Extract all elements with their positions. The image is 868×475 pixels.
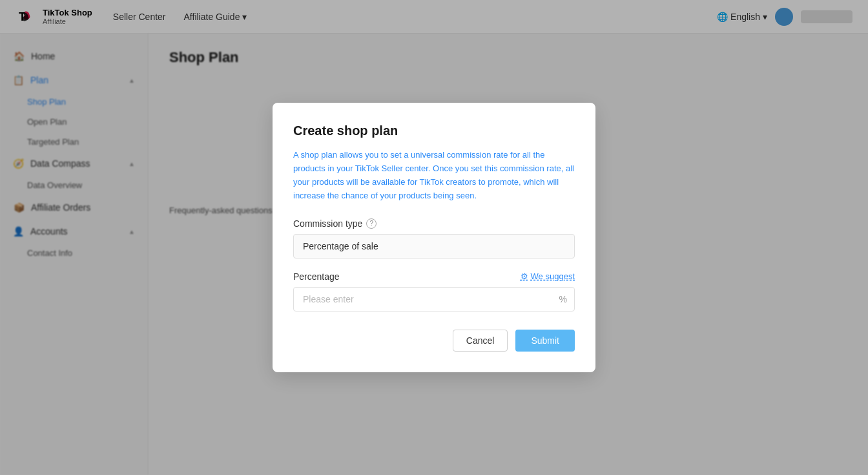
modal-title: Create shop plan [293,123,575,138]
percentage-group: Percentage ⚙ We suggest % [293,271,575,311]
gear-icon: ⚙ [521,271,528,281]
percent-suffix: % [559,294,567,304]
cancel-button[interactable]: Cancel [453,330,508,352]
modal-actions: Cancel Submit [293,330,575,352]
submit-button[interactable]: Submit [515,330,575,352]
commission-type-group: Commission type ? Percentage of sale [293,218,575,259]
modal-description: A shop plan allows you to set a universa… [293,149,575,202]
percentage-header: Percentage ⚙ We suggest [293,271,575,282]
commission-type-label: Commission type ? [293,218,575,229]
modal-overlay: Create shop plan A shop plan allows you … [0,0,868,475]
commission-help-icon[interactable]: ? [366,218,377,229]
percentage-input-wrapper: % [293,287,575,311]
suggest-link[interactable]: ⚙ We suggest [521,271,575,281]
commission-type-select[interactable]: Percentage of sale [293,234,575,259]
create-shop-plan-modal: Create shop plan A shop plan allows you … [273,103,595,372]
percentage-label: Percentage [293,271,340,282]
percentage-input[interactable] [293,287,575,311]
